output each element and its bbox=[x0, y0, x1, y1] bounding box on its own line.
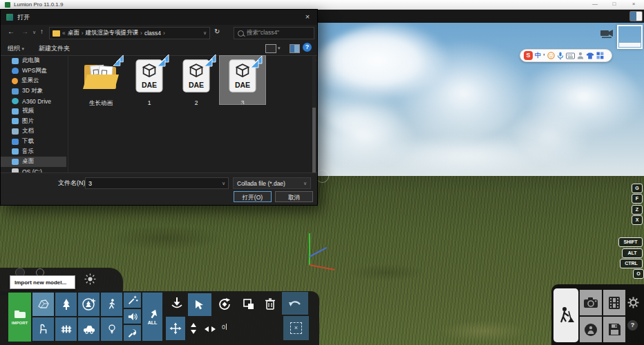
recent-locations-icon[interactable]: ∨ bbox=[32, 30, 36, 35]
scale-tool-button[interactable] bbox=[240, 296, 257, 313]
folder-icon bbox=[53, 30, 60, 37]
sidebar-item-this-pc[interactable]: 此电脑 bbox=[1, 56, 66, 66]
organize-button[interactable]: 组织 ▾ bbox=[8, 44, 24, 53]
rotate-tool-button[interactable] bbox=[216, 295, 234, 313]
cancel-button[interactable]: 取消 bbox=[275, 191, 313, 202]
crumb-separator: › bbox=[163, 30, 165, 37]
skin-shirt-icon[interactable] bbox=[586, 52, 594, 59]
move-horizontal-button[interactable] bbox=[203, 324, 217, 334]
window-widget-icon[interactable] bbox=[629, 11, 643, 21]
marquee-select-button[interactable]: × bbox=[283, 316, 309, 340]
hotkey-f: F bbox=[632, 194, 643, 204]
open-button[interactable]: 打开(O) bbox=[234, 191, 272, 202]
offset-value[interactable]: 0 bbox=[222, 324, 227, 331]
sidebar-item-music[interactable]: 音乐 bbox=[1, 146, 66, 157]
punctuation-icon[interactable]: ’ bbox=[543, 52, 545, 59]
select-tool-button[interactable] bbox=[188, 293, 211, 316]
sidebar-item-wps[interactable]: WPS网盘 bbox=[1, 66, 66, 77]
sidebar-item-pictures[interactable]: 图片 bbox=[1, 117, 66, 127]
category-character-button[interactable] bbox=[101, 293, 122, 316]
import-button[interactable]: IMPORT bbox=[8, 293, 31, 342]
microphone-icon[interactable] bbox=[557, 52, 564, 60]
breadcrumb-ellipsis[interactable]: « bbox=[62, 30, 66, 37]
place-object-button[interactable] bbox=[169, 295, 185, 311]
breadcrumb-item-desktop[interactable]: 桌面 bbox=[68, 29, 79, 37]
sidebar-item-a360[interactable]: A360 Drive bbox=[1, 96, 66, 106]
sidebar-item-desktop[interactable]: 桌面 bbox=[1, 157, 66, 167]
close-button[interactable]: × bbox=[627, 0, 640, 8]
weather-sun-icon[interactable] bbox=[84, 273, 96, 285]
category-furniture-button[interactable] bbox=[32, 317, 54, 341]
preview-pane-icon[interactable] bbox=[290, 44, 300, 53]
move-tool-button[interactable] bbox=[166, 317, 185, 340]
sidebar-item-nutstore[interactable]: 坚果云 bbox=[1, 76, 66, 86]
profile-icon[interactable] bbox=[577, 52, 584, 59]
breadcrumb[interactable]: « 桌面 › 建筑渲染专项提升课 › class4 › ∨ bbox=[49, 27, 210, 39]
breadcrumb-item-course[interactable]: 建筑渲染专项提升课 bbox=[86, 29, 139, 37]
category-nature-button[interactable] bbox=[32, 293, 54, 316]
search-box[interactable]: 搜索"class4" bbox=[234, 27, 314, 39]
minimize-button[interactable]: — bbox=[589, 0, 601, 8]
move-vertical-button[interactable] bbox=[188, 322, 199, 335]
downloads-icon bbox=[12, 139, 19, 145]
settings-gear-icon[interactable] bbox=[627, 297, 639, 308]
filetype-select[interactable]: Collada file (*.dae) ∨ bbox=[233, 177, 311, 189]
sidebar-item-videos[interactable]: 视频 bbox=[1, 106, 66, 117]
file-list: 生长动画 DAE 1 bbox=[68, 56, 316, 175]
sogou-logo-icon[interactable]: S bbox=[524, 51, 533, 60]
view-caret-icon[interactable]: ▾ bbox=[278, 46, 281, 51]
filename-input[interactable] bbox=[85, 177, 229, 189]
category-sound-button[interactable] bbox=[124, 309, 141, 324]
open-file-dialog: 打开 × ← → ∨ ↑ « 桌面 › 建筑渲染专项提升课 › class4 ›… bbox=[0, 9, 318, 206]
category-transport-button[interactable] bbox=[78, 317, 100, 341]
undo-button[interactable] bbox=[282, 292, 308, 315]
category-mass-placement-button[interactable] bbox=[78, 293, 100, 316]
back-icon[interactable]: ← bbox=[8, 28, 15, 35]
category-utilities-button[interactable] bbox=[124, 325, 141, 341]
toolbox-grid-icon[interactable] bbox=[596, 52, 604, 59]
delete-tool-button[interactable] bbox=[263, 295, 277, 312]
maximize-button[interactable]: □ bbox=[608, 0, 621, 8]
movie-mode-button[interactable] bbox=[603, 290, 625, 315]
sidebar-item-downloads[interactable]: 下载 bbox=[1, 137, 66, 147]
category-light-button[interactable] bbox=[101, 317, 122, 341]
file-item-2[interactable]: DAE 2 bbox=[173, 57, 219, 106]
new-folder-button[interactable]: 新建文件夹 bbox=[39, 44, 70, 53]
nature-rock-icon bbox=[37, 297, 50, 311]
dialog-close-icon[interactable]: × bbox=[302, 11, 313, 22]
category-fence-button[interactable] bbox=[55, 317, 77, 341]
file-item-folder[interactable]: 生长动画 bbox=[78, 57, 124, 108]
panorama-icon bbox=[583, 322, 598, 337]
help-button[interactable]: ? bbox=[627, 320, 638, 331]
filetype-caret-icon: ∨ bbox=[303, 181, 307, 186]
save-button[interactable] bbox=[603, 317, 625, 342]
change-view-icon[interactable] bbox=[265, 44, 276, 53]
sidebar-item-documents[interactable]: 文档 bbox=[1, 126, 66, 137]
dialog-title-bar[interactable]: 打开 × bbox=[1, 10, 317, 25]
filename-caret-icon[interactable]: ∨ bbox=[222, 181, 225, 186]
category-effects-button[interactable] bbox=[124, 293, 141, 308]
file-item-1[interactable]: DAE 1 bbox=[126, 57, 172, 106]
capture-frame[interactable] bbox=[617, 25, 643, 49]
category-tree-button[interactable] bbox=[55, 293, 77, 316]
file-item-3-selected[interactable]: DAE 3 bbox=[220, 56, 265, 104]
keyboard-icon[interactable] bbox=[566, 52, 575, 59]
refresh-icon[interactable]: ↻ bbox=[214, 28, 220, 35]
breadcrumb-item-class4[interactable]: class4 bbox=[144, 30, 161, 37]
up-icon[interactable]: ↑ bbox=[40, 28, 44, 35]
input-method-bar[interactable]: S 中 ’ bbox=[520, 49, 612, 62]
chinese-mode-icon[interactable]: 中 bbox=[535, 51, 541, 60]
cloud bbox=[312, 103, 416, 169]
forward-icon[interactable]: → bbox=[21, 28, 28, 35]
panorama-mode-button[interactable] bbox=[580, 317, 602, 342]
dialog-footer: 文件名(N): ∨ Collada file (*.dae) ∨ 打开(O) 取… bbox=[1, 172, 317, 205]
photo-mode-button[interactable] bbox=[580, 290, 602, 315]
emoji-icon[interactable] bbox=[547, 52, 555, 59]
category-all-button[interactable]: ALL bbox=[142, 293, 162, 341]
sidebar-item-3d-objects[interactable]: 3D 对象 bbox=[1, 86, 66, 97]
nutstore-icon bbox=[12, 78, 18, 84]
floppy-disk-icon bbox=[608, 323, 621, 336]
build-mode-button[interactable] bbox=[553, 288, 578, 342]
breadcrumb-caret-icon[interactable]: ∨ bbox=[203, 30, 207, 36]
help-icon[interactable]: ? bbox=[303, 43, 312, 52]
